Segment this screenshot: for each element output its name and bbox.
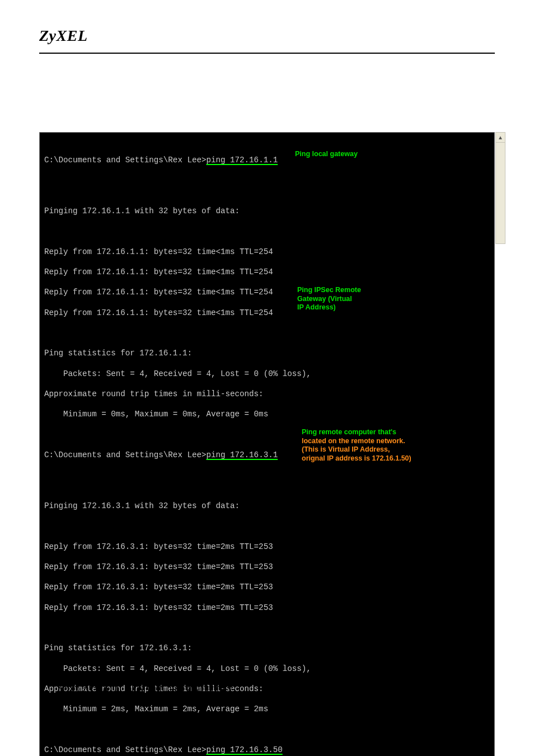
annotation-ping-local-gateway: Ping local gateway (295, 150, 463, 159)
annotation-line: Ping IPSec Remote (297, 286, 361, 294)
page-header: ZyXEL (0, 0, 534, 49)
annotation-line: (This is Virtual IP Address, (302, 445, 390, 453)
output-line: Reply from 172.16.1.1: bytes=32 time<1ms… (44, 267, 489, 277)
output-line: Reply from 172.16.3.1: bytes=32 time=2ms… (44, 603, 489, 613)
numbered-step: 1. Setup ZyWALL VPN with high availabili… (39, 683, 232, 694)
output-line: Ping statistics for 172.16.1.1: (44, 348, 489, 358)
annotation-ping-remote-computer: Ping remote computer that's located on t… (302, 428, 470, 463)
output-line: Minimum = 2ms, Maximum = 2ms, Average = … (44, 704, 489, 714)
brand-logo-text: ZyXEL (39, 27, 495, 45)
prompt: C:\Documents and Settings\Rex Lee> (44, 745, 206, 754)
annotation-line: located on the remote network. (302, 437, 405, 445)
ping-command: ping 172.16.3.1 (206, 450, 278, 459)
prompt: C:\Documents and Settings\Rex Lee> (44, 450, 206, 459)
annotation-line: orignal IP address is 172.16.1.50) (302, 454, 411, 462)
output-line: Ping statistics for 172.16.3.1: (44, 643, 489, 653)
header-rule (39, 53, 495, 54)
ping-command: ping 172.16.1.1 (206, 156, 278, 165)
command-prompt-window: C:\Documents and Settings\Rex Lee>ping 1… (39, 132, 495, 756)
annotation-line: Ping remote computer that's (302, 428, 396, 436)
annotation-line: Gateway (Virtual (297, 295, 352, 303)
ping-command: ping 172.16.3.50 (206, 745, 282, 754)
output-line: Reply from 172.16.3.1: bytes=32 time=2ms… (44, 562, 489, 572)
output-line: Reply from 172.16.3.1: bytes=32 time=2ms… (44, 582, 489, 592)
terminal-screenshot: ▲ C:\Documents and Settings\Rex Lee>ping… (39, 132, 495, 756)
prompt: C:\Documents and Settings\Rex Lee> (44, 156, 206, 165)
output-line: Packets: Sent = 4, Received = 4, Lost = … (44, 664, 489, 674)
scroll-up-button[interactable]: ▲ (496, 133, 505, 143)
annotation-line: IP Address) (297, 303, 336, 311)
output-line: Pinging 172.16.1.1 with 32 bytes of data… (44, 206, 489, 216)
scrollbar-track[interactable]: ▲ (495, 132, 505, 244)
cmd-line: C:\Documents and Settings\Rex Lee>ping 1… (44, 745, 489, 755)
output-line: Packets: Sent = 4, Received = 4, Lost = … (44, 369, 489, 379)
list-number: 1. (39, 683, 47, 694)
output-line: Reply from 172.16.3.1: bytes=32 time=2ms… (44, 542, 489, 552)
output-line: Pinging 172.16.3.1 with 32 bytes of data… (44, 501, 489, 511)
list-text: Setup ZyWALL VPN with high availability (57, 683, 232, 694)
output-line: Reply from 172.16.1.1: bytes=32 time<1ms… (44, 247, 489, 257)
output-line: Approximate round trip times in milli-se… (44, 389, 489, 399)
output-line: Minimum = 0ms, Maximum = 0ms, Average = … (44, 409, 489, 419)
annotation-ping-ipsec-remote: Ping IPSec Remote Gateway (Virtual IP Ad… (297, 286, 465, 312)
